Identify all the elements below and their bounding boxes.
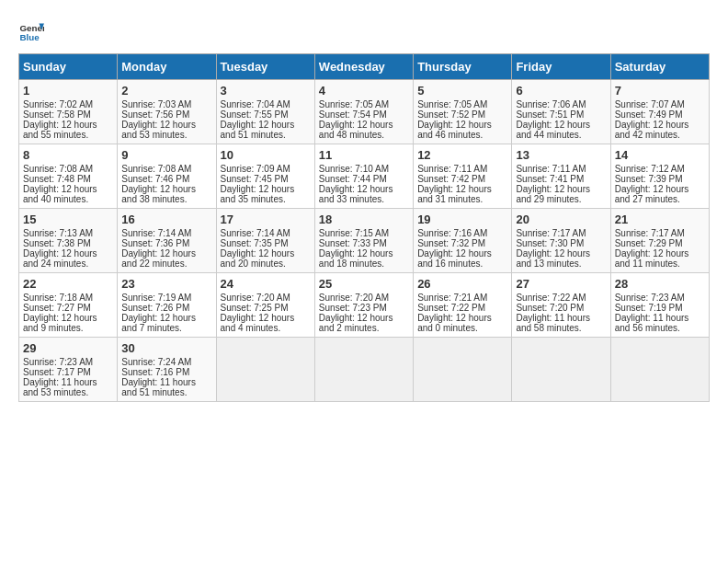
day-info-line: Sunset: 7:22 PM bbox=[417, 303, 507, 313]
day-info-line: Daylight: 12 hours bbox=[417, 120, 507, 130]
header-cell-friday: Friday bbox=[512, 54, 610, 80]
header-cell-sunday: Sunday bbox=[19, 54, 118, 80]
day-info-line: Sunset: 7:36 PM bbox=[121, 238, 211, 248]
day-info-line: Daylight: 12 hours bbox=[221, 120, 311, 130]
day-info-line: Sunset: 7:26 PM bbox=[121, 303, 211, 313]
day-number: 5 bbox=[417, 84, 507, 98]
day-info-line: Sunset: 7:49 PM bbox=[615, 109, 705, 120]
day-info-line: Sunrise: 7:06 AM bbox=[516, 99, 606, 109]
header-cell-wednesday: Wednesday bbox=[314, 54, 413, 80]
day-info-line: Sunset: 7:46 PM bbox=[121, 174, 211, 184]
calendar-header: SundayMondayTuesdayWednesdayThursdayFrid… bbox=[19, 54, 710, 80]
day-info-line: Daylight: 12 hours bbox=[121, 184, 211, 194]
day-info-line: Sunrise: 7:21 AM bbox=[417, 293, 507, 303]
day-number: 15 bbox=[23, 213, 113, 226]
day-info-line: Sunrise: 7:04 AM bbox=[221, 99, 311, 109]
day-number: 6 bbox=[516, 84, 606, 98]
calendar-cell: 1Sunrise: 7:02 AMSunset: 7:58 PMDaylight… bbox=[19, 80, 118, 144]
day-info-line: and 13 minutes. bbox=[516, 259, 606, 269]
day-number: 4 bbox=[319, 84, 409, 98]
day-info-line: Sunset: 7:25 PM bbox=[221, 303, 311, 313]
calendar-cell: 3Sunrise: 7:04 AMSunset: 7:55 PMDaylight… bbox=[216, 80, 314, 144]
calendar-cell: 16Sunrise: 7:14 AMSunset: 7:36 PMDayligh… bbox=[118, 209, 216, 273]
day-info-line: Sunrise: 7:15 AM bbox=[319, 228, 409, 238]
calendar-cell: 13Sunrise: 7:11 AMSunset: 7:41 PMDayligh… bbox=[512, 144, 610, 209]
logo: General Blue bbox=[18, 18, 48, 44]
day-info-line: Daylight: 12 hours bbox=[615, 248, 705, 259]
logo-icon: General Blue bbox=[18, 18, 44, 44]
day-number: 27 bbox=[516, 277, 606, 291]
day-number: 11 bbox=[319, 148, 409, 162]
day-info-line: and 53 minutes. bbox=[121, 130, 211, 140]
day-info-line: Sunset: 7:39 PM bbox=[615, 174, 705, 184]
day-info-line: and 51 minutes. bbox=[221, 130, 311, 140]
day-info-line: Sunset: 7:51 PM bbox=[516, 109, 606, 120]
week-row-3: 15Sunrise: 7:13 AMSunset: 7:38 PMDayligh… bbox=[19, 209, 710, 273]
day-number: 3 bbox=[221, 84, 311, 98]
day-info-line: Sunset: 7:56 PM bbox=[121, 109, 211, 120]
day-number: 17 bbox=[221, 213, 311, 226]
day-info-line: Daylight: 12 hours bbox=[319, 184, 409, 194]
day-number: 30 bbox=[121, 341, 211, 355]
calendar-cell bbox=[414, 338, 512, 402]
day-info-line: Sunset: 7:19 PM bbox=[615, 303, 705, 313]
day-info-line: Sunset: 7:16 PM bbox=[121, 367, 211, 377]
calendar-cell: 28Sunrise: 7:23 AMSunset: 7:19 PMDayligh… bbox=[610, 273, 709, 338]
day-info-line: Sunrise: 7:20 AM bbox=[319, 293, 409, 303]
calendar-cell: 10Sunrise: 7:09 AMSunset: 7:45 PMDayligh… bbox=[216, 144, 314, 209]
day-number: 20 bbox=[516, 213, 606, 226]
day-info-line: Sunset: 7:30 PM bbox=[516, 238, 606, 248]
day-number: 14 bbox=[615, 148, 705, 162]
day-number: 29 bbox=[23, 341, 113, 355]
day-info-line: and 44 minutes. bbox=[516, 130, 606, 140]
day-info-line: Daylight: 12 hours bbox=[23, 120, 113, 130]
day-number: 24 bbox=[221, 277, 311, 291]
day-info-line: Sunset: 7:44 PM bbox=[319, 174, 409, 184]
calendar-cell: 11Sunrise: 7:10 AMSunset: 7:44 PMDayligh… bbox=[314, 144, 413, 209]
calendar-cell: 24Sunrise: 7:20 AMSunset: 7:25 PMDayligh… bbox=[216, 273, 314, 338]
day-info-line: Daylight: 12 hours bbox=[221, 248, 311, 259]
day-info-line: Sunrise: 7:08 AM bbox=[23, 164, 113, 174]
day-info-line: Sunrise: 7:07 AM bbox=[615, 99, 705, 109]
day-info-line: and 18 minutes. bbox=[319, 259, 409, 269]
calendar-cell: 26Sunrise: 7:21 AMSunset: 7:22 PMDayligh… bbox=[414, 273, 512, 338]
calendar-cell: 18Sunrise: 7:15 AMSunset: 7:33 PMDayligh… bbox=[314, 209, 413, 273]
day-info-line: and 56 minutes. bbox=[615, 323, 705, 333]
day-info-line: Daylight: 12 hours bbox=[417, 313, 507, 323]
day-info-line: Sunrise: 7:11 AM bbox=[516, 164, 606, 174]
day-info-line: Sunrise: 7:05 AM bbox=[417, 99, 507, 109]
calendar-cell: 12Sunrise: 7:11 AMSunset: 7:42 PMDayligh… bbox=[414, 144, 512, 209]
day-info-line: Sunset: 7:42 PM bbox=[417, 174, 507, 184]
day-info-line: Sunrise: 7:11 AM bbox=[417, 164, 507, 174]
calendar-cell: 30Sunrise: 7:24 AMSunset: 7:16 PMDayligh… bbox=[118, 338, 216, 402]
day-info-line: Sunset: 7:35 PM bbox=[221, 238, 311, 248]
svg-text:Blue: Blue bbox=[19, 32, 40, 42]
day-info-line: and 27 minutes. bbox=[615, 194, 705, 204]
day-number: 7 bbox=[615, 84, 705, 98]
day-number: 16 bbox=[121, 213, 211, 226]
day-info-line: Daylight: 12 hours bbox=[417, 248, 507, 259]
day-number: 13 bbox=[516, 148, 606, 162]
calendar-cell: 15Sunrise: 7:13 AMSunset: 7:38 PMDayligh… bbox=[19, 209, 118, 273]
day-number: 2 bbox=[121, 84, 211, 98]
calendar-cell: 14Sunrise: 7:12 AMSunset: 7:39 PMDayligh… bbox=[610, 144, 709, 209]
day-info-line: Sunrise: 7:17 AM bbox=[615, 228, 705, 238]
day-info-line: Sunset: 7:48 PM bbox=[23, 174, 113, 184]
day-info-line: Sunrise: 7:17 AM bbox=[516, 228, 606, 238]
day-info-line: Sunset: 7:55 PM bbox=[221, 109, 311, 120]
day-info-line: Sunrise: 7:23 AM bbox=[23, 357, 113, 367]
day-info-line: Daylight: 12 hours bbox=[417, 184, 507, 194]
day-info-line: and 4 minutes. bbox=[221, 323, 311, 333]
calendar-cell: 19Sunrise: 7:16 AMSunset: 7:32 PMDayligh… bbox=[414, 209, 512, 273]
day-info-line: Sunrise: 7:05 AM bbox=[319, 99, 409, 109]
day-info-line: Sunrise: 7:12 AM bbox=[615, 164, 705, 174]
calendar-cell: 27Sunrise: 7:22 AMSunset: 7:20 PMDayligh… bbox=[512, 273, 610, 338]
week-row-4: 22Sunrise: 7:18 AMSunset: 7:27 PMDayligh… bbox=[19, 273, 710, 338]
day-info-line: and 7 minutes. bbox=[121, 323, 211, 333]
day-number: 26 bbox=[417, 277, 507, 291]
day-info-line: and 2 minutes. bbox=[319, 323, 409, 333]
day-number: 18 bbox=[319, 213, 409, 226]
calendar-cell bbox=[216, 338, 314, 402]
day-info-line: and 58 minutes. bbox=[516, 323, 606, 333]
calendar-cell: 21Sunrise: 7:17 AMSunset: 7:29 PMDayligh… bbox=[610, 209, 709, 273]
